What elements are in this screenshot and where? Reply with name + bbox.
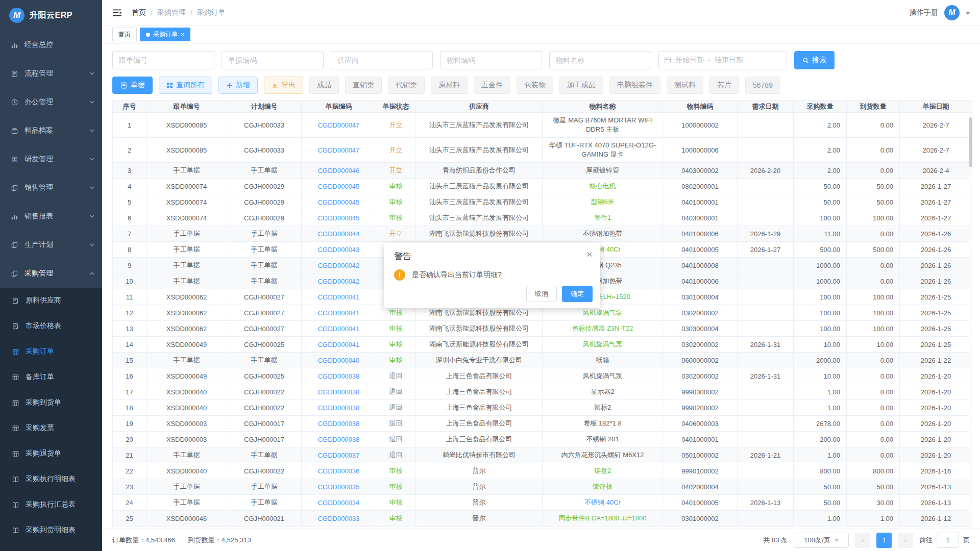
category-button-芯片[interactable]: 芯片 — [709, 77, 739, 94]
add-button[interactable]: 新增 — [218, 77, 258, 94]
cell-doc-code-text[interactable]: CGDD000038 — [318, 420, 360, 428]
cell-doc-code-text[interactable]: CGDD000043 — [318, 246, 360, 254]
sidebar-item-经营总控[interactable]: 经营总控 — [0, 31, 102, 59]
cell-doc-code-text[interactable]: CGDD000042 — [318, 262, 360, 269]
collapse-menu-icon[interactable] — [112, 8, 124, 17]
cell-doc-code[interactable]: CGDD000038 — [302, 416, 376, 432]
cell-doc-code-text[interactable]: CGDD000038 — [318, 372, 360, 380]
cell-doc-code[interactable]: CGDD000047 — [302, 113, 376, 138]
sidebar-item-销售管理[interactable]: 销售管理 — [0, 173, 102, 202]
doc-button[interactable]: 单据 — [112, 77, 153, 94]
cell-doc-code-text[interactable]: CGDD000045 — [318, 198, 360, 206]
category-button-直销类[interactable]: 直销类 — [345, 77, 382, 94]
sidebar-subitem-原料供应商[interactable]: 原料供应商 — [0, 288, 102, 313]
category-button-成品[interactable]: 成品 — [309, 77, 339, 94]
close-icon[interactable]: ✕ — [586, 251, 593, 258]
cell-doc-code[interactable]: CGDD000044 — [302, 226, 376, 242]
cell-doc-code-text[interactable]: CGDD000036 — [318, 467, 360, 475]
table-scrollbar[interactable] — [969, 113, 972, 528]
cell-doc-code-text[interactable]: CGDD000038 — [318, 388, 360, 396]
cell-doc-code[interactable]: CGDD000045 — [302, 210, 376, 226]
sidebar-item-生产计划[interactable]: 生产计划 — [0, 231, 102, 259]
sidebar-subitem-备库订单[interactable]: 备库订单 — [0, 364, 102, 390]
tab-首页[interactable]: 首页 — [112, 28, 137, 41]
category-button-56789[interactable]: 56789 — [745, 77, 780, 94]
confirm-button[interactable]: 确定 — [562, 286, 593, 302]
cell-doc-code-text[interactable]: CGDD000038 — [318, 404, 360, 412]
sidebar-item-研发管理[interactable]: 研发管理 — [0, 145, 102, 173]
sidebar-subitem-采购执行汇总表[interactable]: 采购执行汇总表 — [0, 492, 102, 517]
cell-doc-code[interactable]: CGDD000038 — [302, 432, 376, 447]
sidebar-item-流程管理[interactable]: 流程管理 — [0, 59, 102, 88]
cell-doc-code-text[interactable]: CGDD000041 — [318, 325, 360, 333]
sidebar-subitem-采购到货明细表[interactable]: 采购到货明细表 — [0, 517, 102, 543]
tab-采购订单[interactable]: 采购订单× — [140, 28, 190, 41]
cell-doc-code-text[interactable]: CGDD000046 — [318, 167, 360, 174]
sidebar-subitem-采购发票明细表[interactable]: 采购发票明细表 — [0, 543, 102, 551]
sidebar-subitem-采购发票[interactable]: 采购发票 — [0, 415, 102, 441]
breadcrumb-home[interactable]: 首页 — [132, 8, 146, 17]
sidebar-subitem-采购退货单[interactable]: 采购退货单 — [0, 441, 102, 466]
sidebar-item-采购管理[interactable]: 采购管理 — [0, 259, 102, 288]
cell-doc-code[interactable]: CGDD000045 — [302, 194, 376, 210]
date-range-picker[interactable]: 开始日期-结束日期 — [658, 51, 787, 69]
category-button-电脑组装件[interactable]: 电脑组装件 — [609, 77, 660, 94]
cell-doc-code[interactable]: CGDD000042 — [302, 258, 376, 273]
category-button-原材料[interactable]: 原材料 — [431, 77, 468, 94]
category-button-加工成品[interactable]: 加工成品 — [559, 77, 603, 94]
cell-doc-code-text[interactable]: CGDD000035 — [318, 483, 360, 491]
cell-doc-code[interactable]: CGDD000041 — [302, 305, 376, 321]
cell-doc-code-text[interactable]: CGDD000047 — [318, 146, 360, 154]
avatar[interactable]: M — [944, 5, 960, 20]
manual-link[interactable]: 操作手册 — [910, 8, 938, 17]
sidebar-item-料品档案[interactable]: 料品档案 — [0, 116, 102, 145]
cell-doc-code[interactable]: CGDD000034 — [302, 495, 376, 511]
cell-doc-code-text[interactable]: CGDD000041 — [318, 309, 360, 317]
filter-input-物料名称[interactable] — [549, 51, 651, 69]
query-all-button[interactable]: 查询所有 — [159, 77, 212, 94]
export-button[interactable]: 导出 — [264, 77, 303, 94]
cell-doc-code[interactable]: CGDD000038 — [302, 400, 376, 416]
cell-doc-code-text[interactable]: CGDD000033 — [318, 515, 360, 522]
tab-close-icon[interactable]: × — [181, 31, 184, 38]
category-button-测试料[interactable]: 测试料 — [667, 77, 703, 94]
sidebar-subitem-市场价格表[interactable]: 市场价格表 — [0, 313, 102, 339]
cell-doc-code[interactable]: CGDD000042 — [302, 273, 376, 289]
prev-page-button[interactable]: ‹ — [855, 533, 870, 548]
cell-material-text[interactable]: 不锈钢 40Cr — [584, 498, 621, 506]
cell-doc-code-text[interactable]: CGDD000040 — [318, 357, 360, 364]
sidebar-item-办公管理[interactable]: 办公管理 — [0, 88, 102, 116]
filter-input-供应商[interactable] — [331, 51, 433, 69]
cell-doc-code-text[interactable]: CGDD000034 — [318, 499, 360, 507]
cell-doc-code-text[interactable]: CGDD000038 — [318, 436, 360, 443]
cell-doc-code[interactable]: CGDD000046 — [302, 163, 376, 179]
filter-input-跟单编号[interactable] — [112, 51, 214, 69]
cancel-button[interactable]: 取消 — [526, 286, 557, 302]
sidebar-subitem-采购订单[interactable]: 采购订单 — [0, 339, 102, 364]
cell-doc-code[interactable]: CGDD000040 — [302, 353, 376, 368]
cell-material[interactable]: 不锈钢 40Cr — [543, 495, 663, 511]
cell-doc-code[interactable]: CGDD000033 — [302, 511, 376, 527]
cell-doc-code[interactable]: CGDD000041 — [302, 289, 376, 305]
cell-doc-code[interactable]: CGDD000041 — [302, 337, 376, 353]
cell-doc-code[interactable]: CGDD000041 — [302, 321, 376, 337]
breadcrumb-purchase-mgmt[interactable]: 采购管理 — [157, 8, 186, 17]
cell-doc-code-text[interactable]: CGDD000044 — [318, 230, 360, 238]
cell-doc-code-text[interactable]: CGDD000045 — [318, 183, 360, 190]
filter-input-物料编码[interactable] — [440, 51, 542, 69]
scrollbar-thumb[interactable] — [969, 117, 972, 167]
cell-doc-code-text[interactable]: CGDD000037 — [318, 452, 360, 459]
sidebar-item-销售报表[interactable]: 销售报表 — [0, 202, 102, 231]
sidebar-subitem-采购执行明细表[interactable]: 采购执行明细表 — [0, 466, 102, 492]
cell-doc-code[interactable]: CGDD000038 — [302, 368, 376, 384]
current-page-button[interactable]: 1 — [876, 533, 892, 548]
cell-doc-code[interactable]: CGDD000043 — [302, 242, 376, 258]
cell-doc-code-text[interactable]: CGDD000042 — [318, 278, 360, 285]
cell-doc-code[interactable]: CGDD000047 — [302, 138, 376, 163]
cell-doc-code[interactable]: CGDD000037 — [302, 447, 376, 463]
search-button[interactable]: 搜索 — [794, 51, 835, 69]
user-dropdown-caret-icon[interactable] — [966, 12, 970, 17]
sidebar-subitem-采购到货单[interactable]: 采购到货单 — [0, 390, 102, 415]
cell-doc-code-text[interactable]: CGDD000041 — [318, 293, 360, 301]
category-button-五金件[interactable]: 五金件 — [474, 77, 510, 94]
